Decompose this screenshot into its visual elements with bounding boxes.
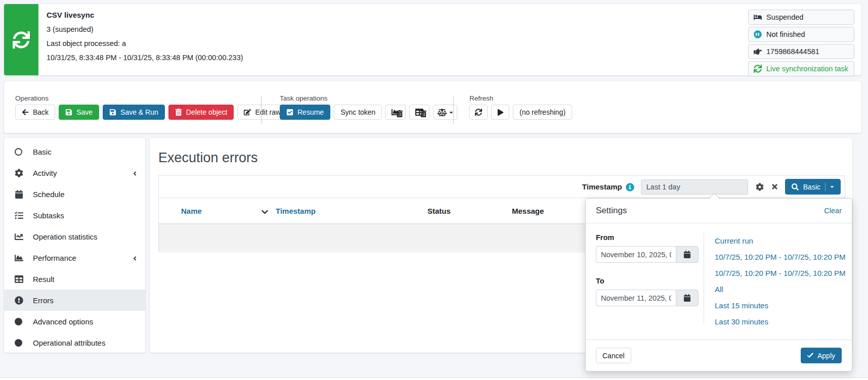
from-label: From: [596, 233, 614, 242]
from-date-input[interactable]: [596, 246, 676, 263]
search-mode-button[interactable]: Basic: [785, 179, 841, 195]
sidebar-item-result[interactable]: Result: [4, 268, 145, 290]
search-bar: Timestamp Basic: [159, 176, 845, 198]
timestamp-filter-input[interactable]: [641, 179, 748, 195]
caret-down-icon: [449, 110, 453, 115]
column-header-timestamp[interactable]: Timestamp: [276, 198, 316, 224]
sidebar-item-errors[interactable]: Errors: [4, 290, 145, 311]
sidebar-item-activity[interactable]: Activity: [4, 162, 145, 183]
filter-settings-button[interactable]: [756, 183, 764, 191]
timestamp-settings-popup: Settings Clear From To Current run 10/: [585, 198, 852, 371]
sidebar-item-label: Advanced options: [33, 317, 93, 326]
details-menu: Basic Activity Schedule Subtasks Operati…: [4, 138, 145, 353]
trash-icon: [396, 110, 403, 117]
cancel-button[interactable]: Cancel: [596, 348, 631, 363]
task-details-page: CSV livesync 3 (suspended) Last object p…: [0, 0, 868, 380]
status-badge-suspended: Suspended: [748, 10, 854, 25]
task-type-tile: [4, 4, 38, 75]
clear-filter-button[interactable]: [771, 183, 778, 191]
chevron-left-icon[interactable]: [133, 254, 137, 262]
sidebar-item-basic[interactable]: Basic: [4, 141, 145, 162]
delete-statistics-button[interactable]: [385, 105, 406, 120]
info-icon[interactable]: [626, 182, 634, 191]
from-calendar-button[interactable]: [676, 246, 699, 263]
popup-divider: [704, 233, 704, 324]
back-button[interactable]: Back: [15, 105, 55, 120]
start-refreshing-button[interactable]: [491, 105, 509, 120]
pause-circle-icon: [754, 30, 762, 38]
badge-label: Suspended: [766, 13, 803, 21]
search-mode-label: Basic: [803, 183, 820, 191]
sidebar-item-label: Operation statistics: [33, 232, 98, 241]
hand-point-icon: [754, 48, 762, 56]
trash-icon: [175, 109, 182, 116]
quick-link-last-15-minutes[interactable]: Last 15 minutes: [715, 297, 846, 313]
gear-icon: [15, 169, 27, 177]
quick-link-run-2[interactable]: 10/7/25, 10:20 PM - 10/7/25, 10:20 PM: [715, 265, 846, 281]
chevron-left-icon[interactable]: [133, 169, 137, 177]
sidebar-item-operation-statistics[interactable]: Operation statistics: [4, 226, 145, 247]
gear-icon: [756, 183, 764, 191]
task-summary-card: CSV livesync 3 (suspended) Last object p…: [4, 4, 861, 75]
to-calendar-button[interactable]: [676, 290, 699, 306]
resume-button[interactable]: Resume: [280, 105, 330, 120]
refresh-now-button[interactable]: [469, 105, 488, 120]
save-button[interactable]: Save: [59, 105, 99, 120]
refresh-buttons: (no refreshing): [469, 105, 572, 120]
policy-dropdown-button[interactable]: [433, 105, 457, 120]
sidebar-item-performance[interactable]: Performance: [4, 247, 145, 268]
back-label: Back: [33, 108, 49, 116]
quick-link-last-30-minutes[interactable]: Last 30 minutes: [715, 313, 846, 329]
sidebar-item-operational-attributes[interactable]: Operational attributes: [4, 332, 145, 353]
status-badge-not-finished: Not finished: [748, 27, 854, 42]
chart-line-icon: [15, 232, 27, 241]
save-label: Save: [76, 108, 93, 116]
save-and-run-button[interactable]: Save & Run: [103, 105, 165, 120]
chart-area-icon: [15, 254, 27, 262]
sidebar-item-subtasks[interactable]: Subtasks: [4, 205, 145, 226]
quick-link-all[interactable]: All: [715, 281, 846, 297]
task-title: CSV livesync: [47, 11, 243, 19]
calendar-icon: [683, 294, 691, 302]
sync-icon: [13, 31, 30, 49]
quick-link-run-1[interactable]: 10/7/25, 10:20 PM - 10/7/25, 10:20 PM: [715, 249, 846, 265]
exclamation-circle-icon: [15, 296, 27, 305]
sort-chevron-down-icon[interactable]: [261, 207, 269, 216]
delete-object-button[interactable]: Delete object: [168, 105, 234, 120]
clear-link[interactable]: Clear: [824, 207, 842, 215]
delete-object-label: Delete object: [186, 108, 228, 116]
task-run-timestamps: 10/31/25, 8:33:48 PM - 10/31/25, 8:33:48…: [47, 54, 243, 62]
button-separator: [825, 182, 826, 191]
task-operations-group-label: Task operations: [280, 94, 328, 102]
circle-outline-icon: [15, 148, 27, 156]
popup-caret: [709, 194, 719, 199]
sync-token-button[interactable]: Sync token: [334, 105, 382, 120]
table-icon: [15, 275, 27, 283]
tasks-icon: [15, 211, 27, 220]
apply-label: Apply: [817, 352, 835, 360]
task-iteration-status: 3 (suspended): [47, 25, 243, 33]
sidebar-item-label: Operational attributes: [33, 339, 105, 347]
apply-button[interactable]: Apply: [801, 348, 842, 363]
edit-icon: [244, 109, 251, 116]
refresh-status-button[interactable]: (no refreshing): [513, 105, 572, 120]
resume-label: Resume: [297, 108, 324, 116]
operations-group-label: Operations: [15, 94, 49, 102]
calendar-icon: [683, 251, 691, 258]
search-icon: [792, 183, 799, 191]
badge-label: Live synchronization task: [766, 65, 848, 73]
column-header-name[interactable]: Name: [181, 198, 202, 224]
to-date-input[interactable]: [596, 290, 676, 306]
delete-result-button[interactable]: [409, 105, 429, 120]
sidebar-item-schedule[interactable]: Schedule: [4, 183, 145, 205]
check-square-icon: [286, 109, 293, 116]
sidebar-item-label: Basic: [33, 148, 52, 156]
task-last-object: Last object processed: a: [47, 39, 243, 48]
close-icon: [771, 183, 778, 191]
check-icon: [807, 353, 813, 359]
task-summary-text: CSV livesync 3 (suspended) Last object p…: [47, 11, 243, 68]
refresh-group-label: Refresh: [469, 94, 493, 102]
sidebar-item-advanced-options[interactable]: Advanced options: [4, 311, 145, 332]
arrow-left-icon: [22, 109, 29, 116]
quick-link-current-run[interactable]: Current run: [715, 232, 846, 249]
